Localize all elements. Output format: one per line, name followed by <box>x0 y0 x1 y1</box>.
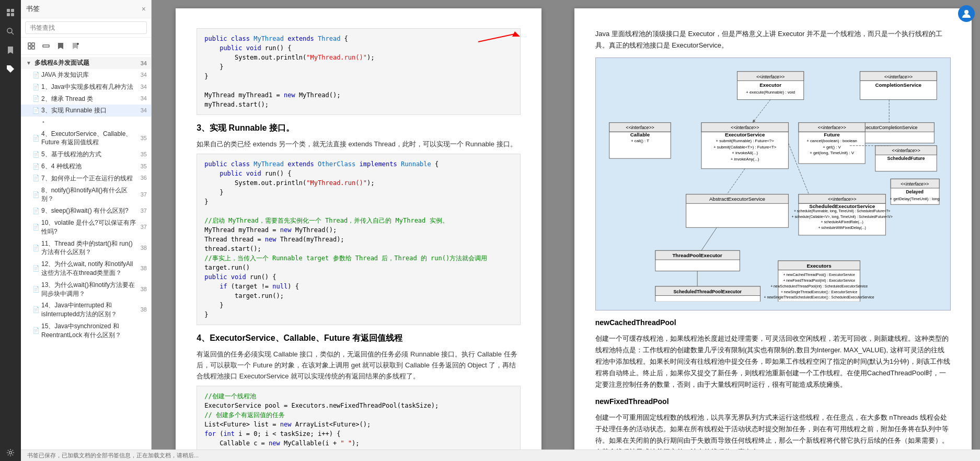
svg-text:ExecutorCompletionService: ExecutorCompletionService <box>861 125 918 131</box>
svg-text:Callable: Callable <box>630 132 650 137</box>
doc-icon-8: 📄 <box>32 191 40 199</box>
tree-item-5[interactable]: 📄 5、基于线程池的方式 35 <box>21 148 151 160</box>
code-block-1: public class MyThread extends Thread { p… <box>197 28 521 115</box>
main-area: public class MyThread extends Thread { p… <box>152 0 980 461</box>
doc-icon-2: 📄 <box>32 95 40 102</box>
svg-text:+ submit(Callable<T>) : Future: + submit(Callable<T>) : Future<T> <box>713 145 777 149</box>
tree-item-15[interactable]: 📄 15、Java中synchronized 和 ReentrantLock 有… <box>21 320 151 341</box>
svg-text:Executor: Executor <box>759 82 781 88</box>
tree-item-0[interactable]: 📄 JAVA 并发知识库 34 <box>21 69 151 81</box>
tree-item-page-14: 38 <box>141 306 147 314</box>
tree-item-3a[interactable]: • <box>21 117 151 128</box>
tree-item-page-12: 38 <box>141 264 147 272</box>
svg-point-6 <box>9 452 12 454</box>
tag-icon-btn[interactable] <box>2 61 19 77</box>
svg-text:+ newCachedThreadPool() : Exec: + newCachedThreadPool() : ExecutorServic… <box>783 273 855 277</box>
svg-text:+ newScheduledThreadPool(int) : + newScheduledThreadPool(int) : Schedule… <box>770 284 868 289</box>
bookmark-add-button[interactable] <box>54 40 67 52</box>
expand-all-button[interactable] <box>25 40 38 52</box>
bookmark-icon-btn[interactable] <box>2 42 19 59</box>
search-input[interactable] <box>25 21 147 34</box>
section-header-main[interactable]: ▼ 多线程&并发面试题 34 <box>21 57 151 69</box>
tree-item-6[interactable]: 📄 6、4 种线程池 35 <box>21 160 151 172</box>
svg-text:+ invokeAll(...): + invokeAll(...) <box>732 151 758 156</box>
tree-item-label-11: 11、Thread 类中的start()和 run() 方法有什么区别？ <box>41 239 139 257</box>
tree-item-10[interactable]: 📄 10、volatile 是什么?可以保证有序性吗? 37 <box>21 217 151 238</box>
tree-item-page-1: 34 <box>141 83 147 91</box>
tree-item-page-8: 37 <box>141 191 147 199</box>
svg-text:<<interface>>: <<interface>> <box>731 125 759 131</box>
svg-text:+ scheduleAtFixedRate(...): + scheduleAtFixedRate(...) <box>821 221 863 225</box>
pdf-page-left: public class MyThread extends Thread { p… <box>176 8 541 461</box>
svg-text:<<interface>>: <<interface>> <box>756 74 785 79</box>
tree-item-label-8: 8、notify()和notifyAll()有什么区别？ <box>41 186 139 204</box>
close-button[interactable]: × <box>142 5 146 13</box>
svg-rect-10 <box>32 47 34 49</box>
tree-item-label-15: 15、Java中synchronized 和 ReentrantLock 有什么… <box>41 322 145 340</box>
search-icon-btn[interactable] <box>2 23 19 40</box>
tree-item-14[interactable]: 📄 14、Java中interrupted 和 isInterruptedd方法… <box>21 299 151 320</box>
tree-item-12[interactable]: 📄 12、为什么wait, notify 和notifyAll这些方法不在thr… <box>21 258 151 279</box>
tree-item-4[interactable]: 📄 4、ExecutorService、Callable、Future 有返回值… <box>21 128 151 149</box>
red-arrow-annotation <box>473 29 536 55</box>
section3-body: 如果自己的类已经 extends 另一个类，就无法直接 extends Thre… <box>197 139 521 150</box>
section-page: 34 <box>141 60 147 66</box>
svg-text:+ schedule(Runnable, long, Tim: + schedule(Runnable, long, TimeUnit) : S… <box>794 209 890 213</box>
tree-item-11[interactable]: 📄 11、Thread 类中的start()和 run() 方法有什么区别？ 3… <box>21 238 151 259</box>
tree-item-label-3: 3、实现 Runnable 接口 <box>41 106 139 115</box>
tree-item-label-10: 10、volatile 是什么?可以保证有序性吗? <box>41 218 139 236</box>
tree-item-13[interactable]: 📄 13、为什么wait()和notify方法要在同步块中调用？ 38 <box>21 279 151 300</box>
tree-item-1[interactable]: 📄 1、Java中实现多线程有几种方法 34 <box>21 81 151 93</box>
pdf-left-panel[interactable]: public class MyThread extends Thread { p… <box>152 0 566 461</box>
bookmarks-tree: ▼ 多线程&并发面试题 34 📄 JAVA 并发知识库 34 📄 1、Java中… <box>21 55 151 461</box>
status-text: 书签已保存，已加载文档的全部书签信息，正在加载文档，请稍后... <box>27 452 199 459</box>
tree-item-label-7: 7、如何停止一个正在运行的线程 <box>41 174 139 183</box>
newcached-body: 创建一个可缓存线程池，如果线程池长度超过处理需要，可灵活回收空闲线程，若无可回收… <box>595 333 951 390</box>
svg-rect-11 <box>43 45 49 47</box>
tree-item-page-3: 34 <box>141 107 147 114</box>
svg-line-5 <box>11 32 14 34</box>
tree-item-7[interactable]: 📄 7、如何停止一个正在运行的线程 36 <box>21 172 151 185</box>
svg-text:<<interface>>: <<interface>> <box>901 181 929 187</box>
tree-item-label-4: 4、ExecutorService、Callable、Future 有返回值线程 <box>41 130 139 147</box>
pdf-right-panel[interactable]: Java 里面线程池的顶级接口是 Executor，但是严格意义上讲 Execu… <box>566 0 981 461</box>
svg-text:AbstractExecutorService: AbstractExecutorService <box>709 197 765 202</box>
bookmarks-panel: 书签 × <box>21 0 152 461</box>
user-avatar-button[interactable] <box>958 5 975 22</box>
uml-diagram: <<interface>> CompletionService <<interf… <box>595 57 951 310</box>
svg-text:ScheduledThreadPoolExecutor: ScheduledThreadPoolExecutor <box>673 289 742 294</box>
tree-item-label-6: 6、4 种线程池 <box>41 162 139 171</box>
settings-icon-btn[interactable] <box>2 444 19 461</box>
svg-line-88 <box>753 100 770 123</box>
search-box <box>21 18 151 38</box>
tree-item-page-9: 37 <box>141 207 147 215</box>
svg-text:ExecutorService: ExecutorService <box>725 132 765 137</box>
tree-item-2[interactable]: 📄 2、继承 Thread 类 34 <box>21 93 151 105</box>
collapse-all-button[interactable] <box>40 40 52 52</box>
section3-title: 3、实现 Runnable 接口。 <box>197 121 521 135</box>
icon-sidebar <box>0 0 21 461</box>
tree-item-label-12: 12、为什么wait, notify 和notifyAll这些方法不在threa… <box>41 260 139 278</box>
doc-icon-9: 📄 <box>32 207 40 215</box>
newcached-title: newCachedThreadPool <box>595 317 951 328</box>
tree-item-label-1: 1、Java中实现多线程有几种方法 <box>41 83 139 91</box>
svg-point-95 <box>964 10 969 14</box>
tree-item-8[interactable]: 📄 8、notify()和notifyAll()有什么区别？ 37 <box>21 185 151 205</box>
svg-text:+ newSingleThreadExecutor() : : + newSingleThreadExecutor() : ExecutorSe… <box>781 290 857 294</box>
tree-item-page-5: 35 <box>141 151 147 158</box>
tree-item-label-5: 5、基于线程池的方式 <box>41 150 139 159</box>
tree-item-label-9: 9、sleep()和wait() 有什么区别? <box>41 206 139 215</box>
svg-text:+ get(long, TimeUnit) : V: + get(long, TimeUnit) : V <box>810 151 854 156</box>
bookmark-manage-button[interactable] <box>69 40 82 52</box>
svg-text:<<interface>>: <<interface>> <box>817 125 846 131</box>
svg-text:<<interface>>: <<interface>> <box>828 197 856 202</box>
tree-item-label-13: 13、为什么wait()和notify方法要在同步块中调用？ <box>41 281 139 298</box>
section-label: 多线程&并发面试题 <box>34 59 141 67</box>
home-icon-btn[interactable] <box>2 4 19 21</box>
svg-text:Executors: Executors <box>806 263 832 269</box>
svg-rect-8 <box>32 43 34 45</box>
doc-icon-15: 📄 <box>32 327 40 335</box>
tree-item-page-11: 38 <box>141 244 147 252</box>
tree-item-3[interactable]: 📄 3、实现 Runnable 接口 34 <box>21 105 151 117</box>
tree-item-9[interactable]: 📄 9、sleep()和wait() 有什么区别? 37 <box>21 205 151 217</box>
